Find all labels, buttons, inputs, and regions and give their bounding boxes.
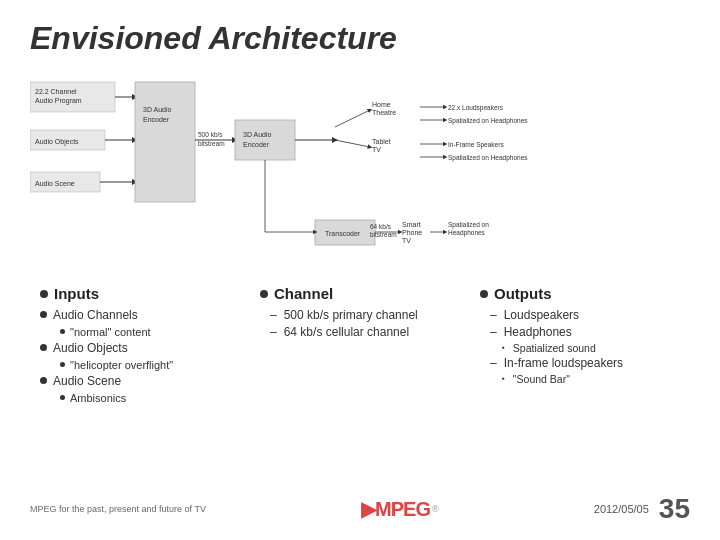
helicopter-item: "helicopter overflight": [60, 359, 240, 371]
svg-text:Phone: Phone: [402, 229, 422, 236]
sound-bar-item: "Sound Bar": [502, 373, 680, 385]
spatialized-sound-item: Spatialized sound: [502, 342, 680, 354]
mpeg-logo: ▶MPEG: [361, 497, 430, 521]
bullet-dot: [40, 290, 48, 298]
slide-title: Envisioned Architecture: [30, 20, 690, 57]
svg-text:500 kb/s: 500 kb/s: [198, 131, 223, 138]
svg-text:In-Frame Speakers: In-Frame Speakers: [448, 141, 504, 149]
ambisonics-item: Ambisonics: [60, 392, 240, 404]
svg-text:Theatre: Theatre: [372, 109, 396, 116]
diagram-area: 22.2 Channel Audio Program Audio Objects…: [30, 67, 690, 277]
svg-text:Audio Program: Audio Program: [35, 97, 82, 105]
footer-text: MPEG for the past, present and future of…: [30, 504, 206, 514]
svg-text:TV: TV: [372, 146, 381, 153]
svg-text:Spatialized on Headphones: Spatialized on Headphones: [448, 154, 528, 162]
footer-date: 2012/05/05: [594, 503, 649, 515]
svg-text:Encoder: Encoder: [243, 141, 270, 148]
audio-scene-item: Audio Scene: [40, 374, 240, 388]
channel-heading: Channel: [260, 285, 460, 302]
svg-text:bitstream: bitstream: [198, 140, 225, 147]
svg-text:Smart: Smart: [402, 221, 421, 228]
svg-text:Spatialized on: Spatialized on: [448, 221, 489, 229]
bullet: [40, 311, 47, 318]
inputs-column: Inputs Audio Channels "normal" content A…: [30, 285, 250, 489]
svg-text:Headphones: Headphones: [448, 229, 486, 237]
sub-bullet-dot: [60, 362, 65, 367]
svg-text:Tablet: Tablet: [372, 138, 391, 145]
bullet: [40, 344, 47, 351]
channel-item-2: 64 kb/s cellular channel: [270, 325, 460, 339]
loudspeakers-item: Loudspeakers: [490, 308, 680, 322]
audio-channels-item: Audio Channels: [40, 308, 240, 322]
svg-text:Transcoder: Transcoder: [325, 230, 361, 237]
svg-text:64 kb/s: 64 kb/s: [370, 223, 392, 230]
svg-text:Spatialized on Headphones: Spatialized on Headphones: [448, 117, 528, 125]
outputs-column: Outputs Loudspeakers Headphones Spatiali…: [470, 285, 690, 489]
svg-text:22.x Loudspeakers: 22.x Loudspeakers: [448, 104, 504, 112]
normal-content-item: "normal" content: [60, 326, 240, 338]
svg-text:Audio Scene: Audio Scene: [35, 180, 75, 187]
svg-rect-10: [135, 82, 195, 202]
architecture-diagram: 22.2 Channel Audio Program Audio Objects…: [30, 67, 690, 277]
bullet-dot: [260, 290, 268, 298]
svg-text:3D Audio: 3D Audio: [243, 131, 272, 138]
footer-right: 2012/05/05 35: [594, 493, 690, 525]
bullet: [40, 377, 47, 384]
audio-objects-item: Audio Objects: [40, 341, 240, 355]
logo-suffix: ®: [432, 504, 439, 514]
slide: Envisioned Architecture 22.2 Channel Aud…: [0, 0, 720, 540]
mpeg-logo-area: ▶MPEG ®: [361, 497, 439, 521]
svg-text:TV: TV: [402, 237, 411, 244]
inputs-heading: Inputs: [40, 285, 240, 302]
bullet-dot: [480, 290, 488, 298]
sub-bullet-dot: [60, 395, 65, 400]
svg-text:22.2 Channel: 22.2 Channel: [35, 88, 77, 95]
svg-text:3D Audio: 3D Audio: [143, 106, 172, 113]
svg-rect-16: [235, 120, 295, 160]
content-area: Inputs Audio Channels "normal" content A…: [30, 285, 690, 489]
svg-text:Audio Objects: Audio Objects: [35, 138, 79, 146]
page-number: 35: [659, 493, 690, 525]
channel-column: Channel 500 kb/s primary channel 64 kb/s…: [250, 285, 470, 489]
outputs-heading: Outputs: [480, 285, 680, 302]
svg-line-27: [335, 140, 370, 147]
headphones-item: Headphones: [490, 325, 680, 339]
svg-text:Home: Home: [372, 101, 391, 108]
sub-bullet-dot: [60, 329, 65, 334]
svg-text:Encoder: Encoder: [143, 116, 170, 123]
in-frame-item: In-frame loudspeakers: [490, 356, 680, 370]
footer: MPEG for the past, present and future of…: [30, 489, 690, 525]
svg-line-20: [335, 110, 370, 127]
channel-item-1: 500 kb/s primary channel: [270, 308, 460, 322]
